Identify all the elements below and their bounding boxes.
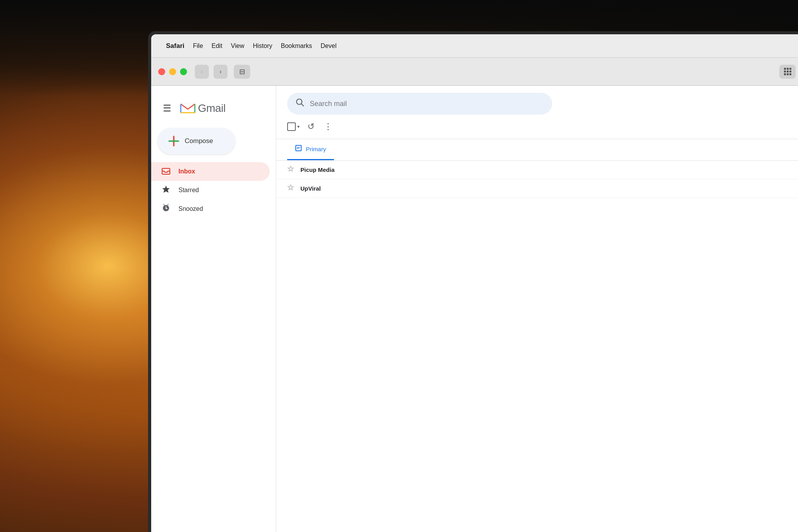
email-toolbar: ▾ ↺ ⋮ [276, 115, 798, 139]
back-button[interactable]: ‹ [195, 65, 209, 79]
minimize-button[interactable] [169, 68, 176, 75]
menubar-develop[interactable]: Devel [321, 42, 337, 49]
search-bar[interactable]: Search mail [287, 93, 552, 115]
forward-arrow-icon: › [219, 68, 221, 75]
gmail-wordmark: Gmail [198, 102, 226, 115]
compose-label: Compose [185, 137, 213, 145]
sidebar-nav: Inbox Starred [151, 162, 276, 218]
macos-menubar: Safari File Edit View History Bookmarks … [151, 34, 798, 58]
select-dropdown-arrow[interactable]: ▾ [297, 124, 300, 129]
main-content: Search mail ▾ ↺ ⋮ [276, 86, 798, 532]
menubar-bookmarks[interactable]: Bookmarks [281, 42, 312, 49]
select-all-dropdown[interactable]: ▾ [287, 122, 300, 131]
browser-chrome: ‹ › ⊟ [151, 58, 798, 86]
select-all-checkbox[interactable] [287, 122, 296, 131]
tab-primary[interactable]: Primary [287, 139, 334, 160]
sidebar-item-snoozed[interactable]: Snoozed [151, 200, 270, 218]
compose-button[interactable]: Compose [157, 128, 235, 154]
hamburger-menu-button[interactable]: ☰ [161, 101, 174, 116]
email-sender-2: UpViral [300, 185, 378, 192]
inbox-label: Inbox [178, 168, 195, 175]
primary-tab-label: Primary [306, 146, 326, 152]
menubar-edit[interactable]: Edit [212, 42, 222, 49]
search-icon [296, 98, 304, 109]
sidebar-toggle-icon: ⊟ [239, 67, 245, 76]
search-placeholder-text: Search mail [310, 100, 347, 108]
email-row[interactable]: UpViral [276, 179, 798, 198]
laptop-screen: Safari File Edit View History Bookmarks … [151, 34, 798, 532]
svg-rect-12 [296, 145, 301, 151]
app-name-label[interactable]: Safari [166, 42, 184, 50]
email-list: Picup Media UpViral [276, 161, 798, 532]
back-arrow-icon: ‹ [201, 68, 203, 75]
menubar-history[interactable]: History [253, 42, 272, 49]
inbox-icon [161, 166, 171, 177]
menubar-view[interactable]: View [231, 42, 244, 49]
grid-view-button[interactable] [779, 65, 796, 79]
gmail-header: ☰ Gmail [151, 94, 276, 122]
primary-tab-icon [295, 145, 302, 154]
more-options-button[interactable]: ⋮ [322, 120, 334, 133]
fullscreen-button[interactable] [180, 68, 187, 75]
gmail-logo: Gmail [180, 102, 226, 115]
sidebar-item-inbox[interactable]: Inbox [151, 162, 270, 181]
snoozed-icon [161, 203, 171, 214]
compose-section: Compose [151, 122, 276, 162]
main-header: Search mail [276, 86, 798, 115]
grid-dots-icon [784, 68, 791, 75]
svg-line-11 [302, 104, 304, 106]
snoozed-label: Snoozed [178, 205, 203, 212]
email-sender-1: Picup Media [300, 166, 378, 173]
inbox-tabs: Primary [276, 139, 798, 161]
gmail-sidebar: ☰ Gmail [151, 86, 276, 532]
gmail-content: ☰ Gmail [151, 86, 798, 532]
starred-label: Starred [178, 187, 199, 194]
menubar-file[interactable]: File [193, 42, 203, 49]
gmail-m-logo [180, 103, 196, 114]
email-row[interactable]: Picup Media [276, 161, 798, 179]
email-star-1[interactable] [287, 165, 294, 174]
email-star-2[interactable] [287, 184, 294, 193]
close-button[interactable] [158, 68, 165, 75]
sidebar-item-starred[interactable]: Starred [151, 181, 270, 200]
sidebar-toggle-button[interactable]: ⊟ [234, 65, 250, 79]
traffic-lights [158, 68, 187, 75]
starred-icon [161, 185, 171, 196]
compose-plus-icon [168, 136, 179, 147]
refresh-button[interactable]: ↺ [306, 120, 316, 133]
laptop-frame: Safari File Edit View History Bookmarks … [148, 31, 798, 532]
forward-button[interactable]: › [214, 65, 228, 79]
